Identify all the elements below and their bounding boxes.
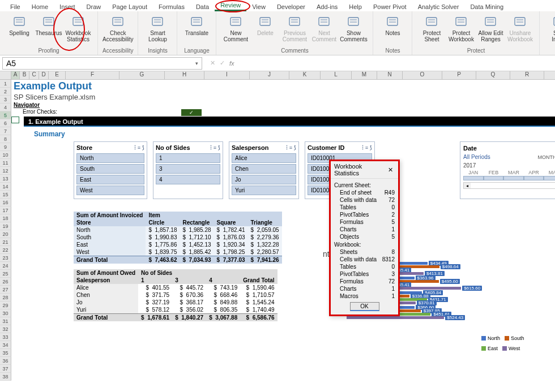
row-header[interactable]: 20 xyxy=(0,230,11,238)
column-header[interactable]: A xyxy=(11,71,20,79)
row-header[interactable]: 11 xyxy=(0,159,11,167)
column-header[interactable]: J xyxy=(250,71,289,79)
fx-icon[interactable]: fx xyxy=(229,60,234,67)
column-header[interactable]: K xyxy=(289,71,321,79)
ribbon-cmd-protect-sheet[interactable]: Protect Sheet xyxy=(417,14,446,44)
pivot-col-hdr[interactable]: Square xyxy=(214,219,248,226)
ribbon-cmd-start-inking[interactable]: Start Inking xyxy=(544,14,555,44)
slicer-item[interactable]: Yuri xyxy=(232,186,296,195)
ribbon-tab-help[interactable]: Help xyxy=(343,2,368,11)
navigator-link[interactable]: Navigator xyxy=(11,101,555,109)
clear-filter-icon[interactable]: ⟆ xyxy=(370,145,372,150)
column-header[interactable]: D xyxy=(39,71,49,79)
ribbon-cmd-show-comments[interactable]: Show Comments xyxy=(339,14,368,44)
row-header[interactable]: 17 xyxy=(0,206,11,214)
slicer-item[interactable]: East xyxy=(76,175,144,184)
row-header[interactable]: 24 xyxy=(0,262,11,270)
ribbon-cmd-translate[interactable]: Translate xyxy=(182,14,211,37)
ribbon-tab-file[interactable]: File xyxy=(5,2,26,11)
multiselect-icon[interactable]: ⋮≡ xyxy=(133,145,140,150)
pivot-invoiced[interactable]: Sum of Amount InvoicedItemStoreCircleRec… xyxy=(74,212,282,264)
slicer-item[interactable]: North xyxy=(76,153,144,163)
select-all-corner[interactable] xyxy=(0,71,11,79)
row-header[interactable]: 27 xyxy=(0,286,11,294)
ribbon-tab-data-mining[interactable]: Data Mining xyxy=(464,2,509,11)
clear-filter-icon[interactable]: ⟆ xyxy=(294,145,296,150)
ribbon-tab-page-layout[interactable]: Page Layout xyxy=(106,2,153,11)
slicer-sides[interactable]: No of Sides⋮≡⟆134 xyxy=(153,141,223,199)
table-row[interactable]: North$ 1,857.18$ 1,985.28$ 1,782.41$ 2,0… xyxy=(74,226,282,234)
ribbon-tab-developer[interactable]: Developer xyxy=(271,2,311,11)
scroll-left-icon[interactable]: ◂ xyxy=(464,183,471,188)
column-header[interactable]: B xyxy=(20,71,29,79)
row-headers[interactable]: 1234567891011121314151617181920212223242… xyxy=(0,80,11,381)
table-row[interactable]: East$ 1,775.86$ 1,452.13$ 1,920.34$ 1,32… xyxy=(74,241,282,248)
row-header[interactable]: 34 xyxy=(0,341,11,349)
row-header[interactable]: 28 xyxy=(0,294,11,301)
row-header[interactable]: 4 xyxy=(0,104,11,111)
timeline-scrollbar[interactable]: ◂▸ xyxy=(463,182,555,189)
ribbon-cmd-thesaurus[interactable]: Thesaurus xyxy=(34,14,63,37)
row-header[interactable]: 12 xyxy=(0,167,11,175)
timeline-bar[interactable] xyxy=(463,176,555,180)
row-header[interactable]: 1 xyxy=(0,80,11,88)
slicer-item[interactable]: Jo xyxy=(232,175,296,184)
cancel-icon[interactable]: ✕ xyxy=(210,59,215,67)
column-header[interactable]: O xyxy=(403,71,442,79)
column-header[interactable]: L xyxy=(321,71,352,79)
row-header[interactable]: 18 xyxy=(0,214,11,222)
table-row[interactable]: Yuri$ 578.12$ 356.02$ 806.35$ 1,740.49 xyxy=(74,306,278,314)
column-headers[interactable]: ABCDEFGHIJKLMNOPQR xyxy=(0,71,555,80)
row-header[interactable]: 9 xyxy=(0,143,11,151)
column-header[interactable]: E xyxy=(49,71,66,79)
multiselect-icon[interactable]: ⋮≡ xyxy=(360,145,368,150)
ribbon-cmd-check-accessibility[interactable]: Check Accessibility xyxy=(103,14,133,44)
table-row[interactable]: Jo$ 327.19$ 368.17$ 849.88$ 1,545.24 xyxy=(74,299,278,306)
ribbon-cmd-protect-workbook[interactable]: Protect Workbook xyxy=(446,14,476,44)
row-header[interactable]: 36 xyxy=(0,357,11,365)
timeline-level-dropdown[interactable]: MONTHS ▾ xyxy=(538,154,556,160)
ribbon-cmd-allow-edit-ranges[interactable]: Allow Edit Ranges xyxy=(476,14,505,44)
table-row[interactable]: South$ 1,990.83$ 1,712.10$ 1,876.03$ 2,2… xyxy=(74,234,282,241)
row-header[interactable]: 19 xyxy=(0,222,11,230)
row-header[interactable]: 14 xyxy=(0,183,11,191)
row-header[interactable]: 23 xyxy=(0,254,11,262)
pivot-col-hdr[interactable]: 1 xyxy=(138,277,172,284)
table-row[interactable]: West$ 1,839.75$ 1,885.42$ 1,798.25$ 2,28… xyxy=(74,248,282,256)
column-header[interactable]: N xyxy=(377,71,403,79)
ribbon-tab-formulas[interactable]: Formulas xyxy=(153,2,190,11)
row-header[interactable]: 6 xyxy=(0,119,11,127)
slicer-item[interactable]: 4 xyxy=(156,175,220,184)
slicer-item[interactable]: Alice xyxy=(232,153,296,163)
ribbon-cmd-notes[interactable]: Notes xyxy=(378,14,407,37)
slicer-sales[interactable]: Salesperson⋮≡⟆AliceChenJoYuri xyxy=(229,141,299,199)
row-header[interactable]: 7 xyxy=(0,127,11,135)
pivot-col-hdr[interactable]: 3 xyxy=(172,277,206,284)
row-header[interactable]: 22 xyxy=(0,246,11,254)
row-header[interactable]: 37 xyxy=(0,365,11,373)
slicer-store[interactable]: Store⋮≡⟆NorthSouthEastWest xyxy=(74,141,147,199)
sheet-content[interactable]: Example Output SP Slicers Example.xlsm N… xyxy=(11,80,555,381)
ribbon-tab-power-pivot[interactable]: Power Pivot xyxy=(368,2,412,11)
slicer-item[interactable]: South xyxy=(76,164,144,174)
column-header[interactable]: G xyxy=(119,71,165,79)
column-header[interactable]: H xyxy=(165,71,204,79)
column-header[interactable]: F xyxy=(66,71,119,79)
row-header[interactable]: 8 xyxy=(0,135,11,143)
ribbon-tab-analytic-solver[interactable]: Analytic Solver xyxy=(412,2,465,11)
row-header[interactable]: 38 xyxy=(0,373,11,381)
ribbon-tab-data[interactable]: Data xyxy=(190,2,215,11)
slicer-item[interactable]: Chen xyxy=(232,164,296,174)
row-header[interactable]: 16 xyxy=(0,199,11,206)
ribbon-cmd-spelling[interactable]: Spelling xyxy=(5,14,34,37)
table-row[interactable]: Alice$ 401.55$ 445.72$ 743.19$ 1,590.46 xyxy=(74,284,278,291)
ribbon-tab-home[interactable]: Home xyxy=(26,2,54,11)
formula-bar-input[interactable] xyxy=(242,57,553,70)
multiselect-icon[interactable]: ⋮≡ xyxy=(208,145,216,150)
pivot-owed[interactable]: Sum of Amount OwedNo of SidesSalesperson… xyxy=(74,269,278,321)
enter-icon[interactable]: ✓ xyxy=(220,59,225,67)
pivot-col-hdr[interactable]: Grand Total xyxy=(240,277,277,284)
row-header[interactable]: 35 xyxy=(0,349,11,357)
row-header[interactable]: 32 xyxy=(0,325,11,333)
column-header[interactable]: M xyxy=(352,71,377,79)
